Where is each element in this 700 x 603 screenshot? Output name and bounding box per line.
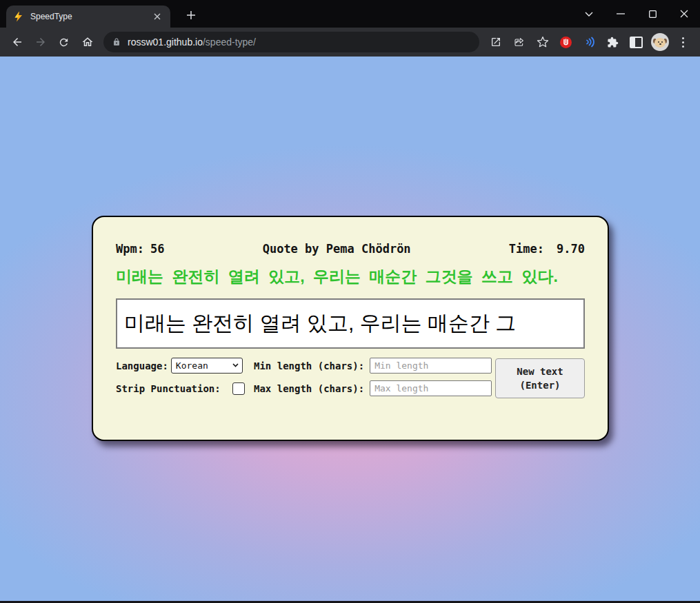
close-window-button[interactable] [668,0,700,28]
tab-title: SpeedType [30,12,145,21]
url-domain: rossw01.github.io [128,37,203,48]
open-in-new-icon[interactable] [484,31,507,54]
wpm-value: 56 [150,242,164,256]
quote-attribution: Quote by Pema Chödrön [263,242,411,256]
wpm-stat: Wpm:56 [116,242,164,256]
avatar-dog-face [651,33,669,51]
new-text-button-line1: New text [517,365,563,378]
min-length-label: Min length (chars): [254,360,364,371]
new-text-button-line2: (Enter) [519,378,560,392]
max-length-label: Max length (chars): [254,383,364,394]
quote-text: 미래는 완전히 열려 있고, 우리는 매순간 그것을 쓰고 있다. [116,265,585,288]
forward-arrow-icon[interactable] [29,31,52,54]
maximize-button[interactable] [637,0,668,28]
browser-titlebar: SpeedType [0,0,700,28]
extensions-puzzle-icon[interactable] [601,31,624,54]
language-cell: Language: Korean [116,358,254,374]
tab-search-chevron-icon[interactable] [573,0,605,28]
strip-punctuation-checkbox[interactable] [232,382,245,395]
time-label: Time: [509,242,544,256]
minimize-button[interactable] [605,0,637,28]
language-select[interactable]: Korean [171,358,243,374]
menu-dots-icon[interactable] [672,31,694,54]
browser-tab[interactable]: SpeedType [6,6,170,28]
url-text: rossw01.github.io/speed-type/ [128,37,256,48]
stats-row: Wpm:56 Quote by Pema Chödrön Time:9.70 [116,242,585,256]
controls-panel: Language: Korean Min length (chars): S [116,358,585,396]
max-length-input[interactable] [370,380,492,396]
language-label: Language: [116,360,168,371]
wpm-label: Wpm: [116,242,144,256]
side-panel-icon[interactable] [625,31,648,54]
reload-icon[interactable] [52,31,75,54]
address-bar[interactable]: rossw01.github.io/speed-type/ [103,32,479,52]
new-text-button[interactable]: New text (Enter) [495,358,585,398]
home-icon[interactable] [76,31,99,54]
strip-punctuation-label: Strip Punctuation: [116,383,221,394]
share-icon[interactable] [508,31,530,54]
page-background: Wpm:56 Quote by Pema Chödrön Time:9.70 미… [0,57,700,603]
profile-avatar[interactable] [648,31,671,54]
speedtype-card: Wpm:56 Quote by Pema Chödrön Time:9.70 미… [92,216,609,441]
hand-blocker-extension-icon[interactable] [554,31,577,54]
hand-icon [560,37,572,48]
favicon-lightning-icon [13,11,24,22]
signal-extension-icon[interactable] [578,31,601,54]
bookmark-star-icon[interactable] [531,31,554,54]
lock-icon[interactable] [112,37,121,47]
tab-close-icon[interactable] [151,10,163,23]
language-select-wrap: Korean [171,358,243,374]
typing-input[interactable] [116,298,585,349]
new-tab-button[interactable] [181,6,201,25]
window-controls [573,0,700,28]
browser-toolbar: rossw01.github.io/speed-type/ [0,28,700,57]
url-path: /speed-type/ [203,37,256,48]
strip-punctuation-cell: Strip Punctuation: [116,382,254,395]
back-arrow-icon[interactable] [6,31,28,54]
time-stat: Time:9.70 [509,242,585,256]
time-value: 9.70 [557,242,585,256]
min-length-input[interactable] [370,358,492,374]
